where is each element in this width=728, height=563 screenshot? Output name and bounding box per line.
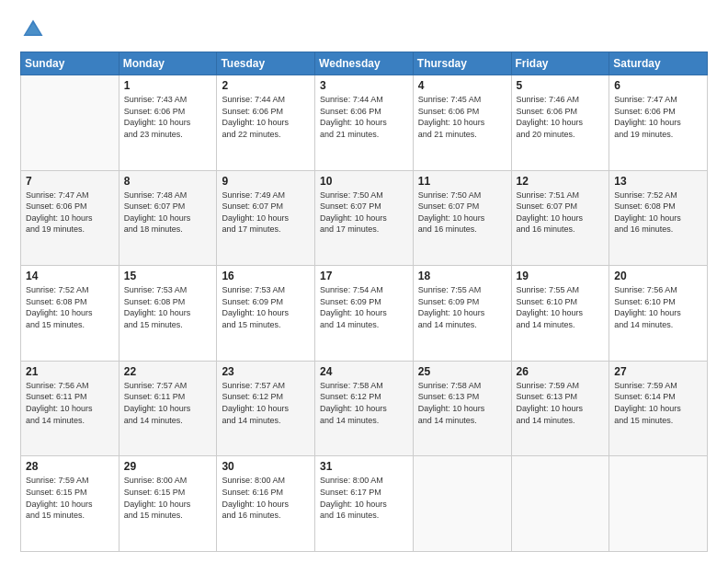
day-info: Sunrise: 7:52 AM Sunset: 6:08 PM Dayligh… [614,190,702,236]
day-info: Sunrise: 7:58 AM Sunset: 6:13 PM Dayligh… [418,380,506,426]
day-info: Sunrise: 7:53 AM Sunset: 6:09 PM Dayligh… [222,284,310,330]
calendar-week-row: 1Sunrise: 7:43 AM Sunset: 6:06 PM Daylig… [21,75,708,171]
day-number: 22 [124,365,212,378]
day-info: Sunrise: 7:55 AM Sunset: 6:09 PM Dayligh… [418,284,506,330]
logo [20,17,50,42]
calendar-week-row: 21Sunrise: 7:56 AM Sunset: 6:11 PM Dayli… [21,361,708,456]
day-number: 5 [517,79,605,92]
calendar-day-cell: 13Sunrise: 7:52 AM Sunset: 6:08 PM Dayli… [609,170,708,266]
day-info: Sunrise: 7:45 AM Sunset: 6:06 PM Dayligh… [418,94,506,140]
calendar-day-cell: 15Sunrise: 7:53 AM Sunset: 6:08 PM Dayli… [119,266,217,362]
calendar-table: SundayMondayTuesdayWednesdayThursdayFrid… [20,52,708,552]
calendar-header-row: SundayMondayTuesdayWednesdayThursdayFrid… [21,52,708,75]
col-header-thursday: Thursday [413,52,511,75]
calendar-day-cell: 25Sunrise: 7:58 AM Sunset: 6:13 PM Dayli… [413,361,511,456]
calendar-day-cell: 18Sunrise: 7:55 AM Sunset: 6:09 PM Dayli… [413,266,511,362]
calendar-day-cell [413,456,511,552]
calendar-day-cell: 11Sunrise: 7:50 AM Sunset: 6:07 PM Dayli… [413,170,511,266]
header [20,17,708,42]
col-header-tuesday: Tuesday [217,52,315,75]
day-number: 29 [124,460,212,473]
calendar-day-cell: 12Sunrise: 7:51 AM Sunset: 6:07 PM Dayli… [511,170,609,266]
day-info: Sunrise: 7:59 AM Sunset: 6:14 PM Dayligh… [614,380,702,426]
calendar-day-cell: 21Sunrise: 7:56 AM Sunset: 6:11 PM Dayli… [21,361,119,456]
day-number: 16 [222,270,310,282]
day-info: Sunrise: 7:58 AM Sunset: 6:12 PM Dayligh… [320,380,408,426]
day-number: 12 [517,175,605,188]
day-number: 4 [418,79,506,92]
day-number: 24 [320,365,408,378]
day-number: 14 [26,270,114,282]
calendar-day-cell: 23Sunrise: 7:57 AM Sunset: 6:12 PM Dayli… [217,361,315,456]
day-number: 3 [320,79,408,92]
day-number: 21 [26,365,114,378]
day-number: 28 [26,460,114,473]
day-number: 23 [222,365,310,378]
day-info: Sunrise: 7:59 AM Sunset: 6:13 PM Dayligh… [517,380,605,426]
calendar-day-cell: 22Sunrise: 7:57 AM Sunset: 6:11 PM Dayli… [119,361,217,456]
day-number: 18 [418,270,506,282]
day-info: Sunrise: 7:43 AM Sunset: 6:06 PM Dayligh… [124,94,212,140]
day-number: 8 [124,175,212,188]
calendar-day-cell: 28Sunrise: 7:59 AM Sunset: 6:15 PM Dayli… [21,456,119,552]
day-number: 20 [614,270,702,282]
day-info: Sunrise: 7:48 AM Sunset: 6:07 PM Dayligh… [124,190,212,236]
day-info: Sunrise: 7:57 AM Sunset: 6:11 PM Dayligh… [124,380,212,426]
day-info: Sunrise: 8:00 AM Sunset: 6:17 PM Dayligh… [320,475,408,521]
day-info: Sunrise: 7:46 AM Sunset: 6:06 PM Dayligh… [517,94,605,140]
day-info: Sunrise: 7:50 AM Sunset: 6:07 PM Dayligh… [418,190,506,236]
col-header-monday: Monday [119,52,217,75]
calendar-day-cell: 8Sunrise: 7:48 AM Sunset: 6:07 PM Daylig… [119,170,217,266]
calendar-day-cell: 26Sunrise: 7:59 AM Sunset: 6:13 PM Dayli… [511,361,609,456]
day-number: 19 [517,270,605,282]
calendar-day-cell: 19Sunrise: 7:55 AM Sunset: 6:10 PM Dayli… [511,266,609,362]
calendar-day-cell: 5Sunrise: 7:46 AM Sunset: 6:06 PM Daylig… [511,75,609,171]
day-number: 31 [320,460,408,473]
calendar-week-row: 7Sunrise: 7:47 AM Sunset: 6:06 PM Daylig… [21,170,708,266]
calendar-day-cell: 10Sunrise: 7:50 AM Sunset: 6:07 PM Dayli… [315,170,414,266]
day-info: Sunrise: 7:44 AM Sunset: 6:06 PM Dayligh… [222,94,310,140]
day-number: 6 [614,79,702,92]
day-number: 9 [222,175,310,188]
calendar-day-cell: 4Sunrise: 7:45 AM Sunset: 6:06 PM Daylig… [413,75,511,171]
day-info: Sunrise: 7:47 AM Sunset: 6:06 PM Dayligh… [614,94,702,140]
calendar-day-cell: 20Sunrise: 7:56 AM Sunset: 6:10 PM Dayli… [609,266,708,362]
col-header-saturday: Saturday [609,52,708,75]
calendar-day-cell: 27Sunrise: 7:59 AM Sunset: 6:14 PM Dayli… [609,361,708,456]
calendar-day-cell: 7Sunrise: 7:47 AM Sunset: 6:06 PM Daylig… [21,170,119,266]
page: SundayMondayTuesdayWednesdayThursdayFrid… [0,0,728,563]
day-info: Sunrise: 7:50 AM Sunset: 6:07 PM Dayligh… [320,190,408,236]
day-info: Sunrise: 7:54 AM Sunset: 6:09 PM Dayligh… [320,284,408,330]
day-info: Sunrise: 7:56 AM Sunset: 6:10 PM Dayligh… [614,284,702,330]
day-info: Sunrise: 7:55 AM Sunset: 6:10 PM Dayligh… [517,284,605,330]
day-number: 25 [418,365,506,378]
calendar-day-cell: 9Sunrise: 7:49 AM Sunset: 6:07 PM Daylig… [217,170,315,266]
day-info: Sunrise: 7:53 AM Sunset: 6:08 PM Dayligh… [124,284,212,330]
day-number: 2 [222,79,310,92]
day-number: 17 [320,270,408,282]
calendar-day-cell: 30Sunrise: 8:00 AM Sunset: 6:16 PM Dayli… [217,456,315,552]
day-number: 27 [614,365,702,378]
calendar-day-cell: 2Sunrise: 7:44 AM Sunset: 6:06 PM Daylig… [217,75,315,171]
calendar-day-cell: 31Sunrise: 8:00 AM Sunset: 6:17 PM Dayli… [315,456,414,552]
day-info: Sunrise: 7:56 AM Sunset: 6:11 PM Dayligh… [26,380,114,426]
calendar-day-cell: 14Sunrise: 7:52 AM Sunset: 6:08 PM Dayli… [21,266,119,362]
calendar-day-cell: 6Sunrise: 7:47 AM Sunset: 6:06 PM Daylig… [609,75,708,171]
calendar-week-row: 28Sunrise: 7:59 AM Sunset: 6:15 PM Dayli… [21,456,708,552]
col-header-wednesday: Wednesday [315,52,414,75]
day-number: 1 [124,79,212,92]
calendar-day-cell: 1Sunrise: 7:43 AM Sunset: 6:06 PM Daylig… [119,75,217,171]
day-number: 26 [517,365,605,378]
day-info: Sunrise: 7:49 AM Sunset: 6:07 PM Dayligh… [222,190,310,236]
day-number: 10 [320,175,408,188]
day-number: 13 [614,175,702,188]
day-number: 11 [418,175,506,188]
calendar-day-cell: 29Sunrise: 8:00 AM Sunset: 6:15 PM Dayli… [119,456,217,552]
calendar-day-cell: 17Sunrise: 7:54 AM Sunset: 6:09 PM Dayli… [315,266,414,362]
calendar-day-cell [21,75,119,171]
day-info: Sunrise: 7:59 AM Sunset: 6:15 PM Dayligh… [26,475,114,521]
col-header-friday: Friday [511,52,609,75]
day-number: 7 [26,175,114,188]
day-info: Sunrise: 7:52 AM Sunset: 6:08 PM Dayligh… [26,284,114,330]
day-number: 15 [124,270,212,282]
